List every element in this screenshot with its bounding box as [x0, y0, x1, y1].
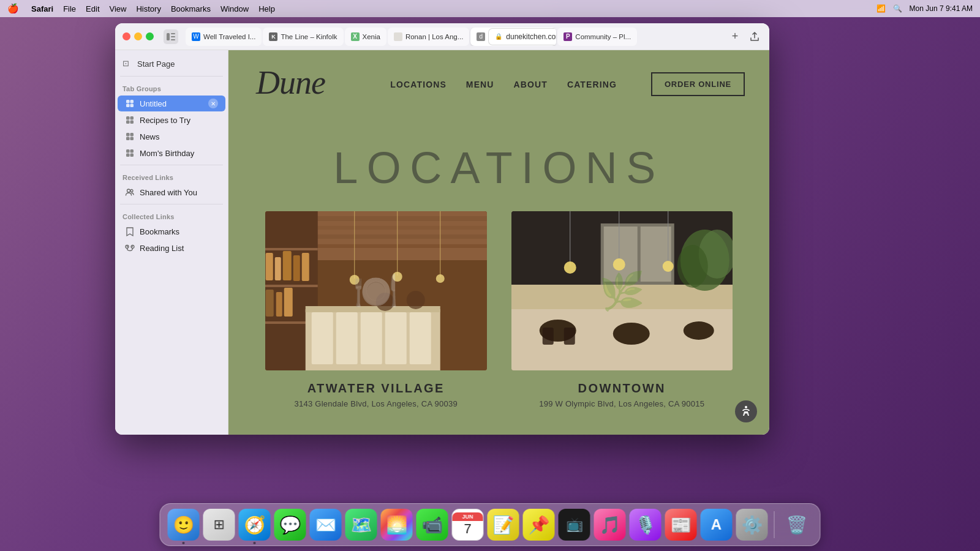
dock-app-music[interactable]: 🎵 [594, 509, 626, 541]
svg-rect-41 [302, 253, 309, 281]
accessibility-button[interactable] [735, 400, 757, 422]
url-text: dunekitchen.com [506, 32, 556, 41]
dock-app-podcasts[interactable]: 🎙️ [630, 509, 662, 541]
dock-app-photos[interactable]: 🌅 [381, 509, 413, 541]
nav-menu[interactable]: MENU [466, 80, 494, 89]
svg-point-20 [127, 189, 130, 192]
svg-point-79 [612, 258, 625, 271]
close-button[interactable] [123, 32, 130, 40]
minimize-button[interactable] [134, 32, 142, 40]
dock-app-mail[interactable]: ✉️ [310, 509, 342, 541]
tab-community[interactable]: P Community – Pl... [557, 28, 637, 46]
appstore-icon: A [711, 516, 722, 533]
menu-help[interactable]: Help [258, 4, 275, 13]
location-name-downtown: DOWNTOWN [511, 381, 733, 395]
start-page-button[interactable]: ⊡ Start Page [115, 55, 228, 72]
menu-history[interactable]: History [136, 4, 160, 13]
sidebar-item-shared-with-you[interactable]: Shared with You [118, 184, 225, 200]
svg-rect-47 [312, 312, 333, 364]
new-tab-button[interactable]: + [728, 29, 742, 44]
svg-rect-44 [284, 288, 293, 317]
menu-bookmarks[interactable]: Bookmarks [171, 4, 211, 13]
sidebar-item-reading-list[interactable]: Reading List [118, 240, 225, 256]
svg-rect-0 [167, 33, 170, 40]
tab-dune[interactable]: d 🔒 dunekitchen.com ✕ [470, 28, 556, 46]
dock-app-settings[interactable]: ⚙️ [736, 509, 768, 541]
sidebar-item-label-recipes: Recipes to Try [140, 116, 190, 125]
sidebar-item-bookmarks[interactable]: Bookmarks [118, 223, 225, 239]
sidebar-item-label-shared-with-you: Shared with You [140, 188, 197, 197]
svg-rect-18 [126, 154, 130, 157]
dock-app-stickies[interactable]: 📌 [523, 509, 555, 541]
nav-about[interactable]: ABOUT [514, 80, 548, 89]
trash-icon: 🗑️ [786, 515, 807, 535]
search-menu-icon[interactable]: 🔍 [893, 4, 902, 13]
site-nav: Dune LOCATIONS MENU ABOUT CATERING ORDER… [228, 50, 769, 118]
clock: Mon Jun 7 9:41 AM [910, 4, 973, 13]
tab-label-well-traveled: Well Traveled I... [203, 33, 255, 40]
app-name[interactable]: Safari [31, 4, 53, 13]
sidebar-item-news[interactable]: News [118, 129, 225, 144]
dock-separator [774, 511, 775, 538]
close-tab-group-untitled[interactable]: ✕ [208, 99, 218, 108]
nav-catering[interactable]: CATERING [567, 80, 617, 89]
menu-view[interactable]: View [110, 4, 127, 13]
menu-edit[interactable]: Edit [86, 4, 99, 13]
svg-rect-16 [126, 149, 130, 153]
dock-app-safari[interactable]: 🧭 [239, 509, 271, 541]
tab-ronan[interactable]: Ronan | Los Ang... [388, 28, 469, 46]
sidebar-item-moms-birthday[interactable]: Mom's Birthday [118, 145, 225, 161]
share-button[interactable] [747, 29, 762, 44]
nav-locations[interactable]: LOCATIONS [390, 80, 446, 89]
maximize-button[interactable] [146, 32, 154, 40]
svg-rect-39 [283, 251, 292, 280]
collected-links-section-label: Collected Links [115, 208, 228, 223]
dock-app-facetime[interactable]: 📹 [417, 509, 448, 541]
site-logo: Dune [253, 60, 326, 108]
sidebar-item-label-moms-birthday: Mom's Birthday [140, 149, 194, 158]
sidebar-toggle-button[interactable] [164, 29, 178, 44]
sidebar-item-recipes[interactable]: Recipes to Try [118, 112, 225, 128]
start-page-icon: ⊡ [123, 59, 132, 69]
sidebar: ⊡ Start Page Tab Groups Untitled ✕ [115, 50, 228, 435]
sidebar-item-label-bookmarks: Bookmarks [140, 227, 179, 236]
bookmarks-icon [125, 227, 135, 236]
svg-point-53 [407, 291, 425, 309]
dock-app-calendar[interactable]: JUN 7 [452, 509, 484, 541]
tab-kinfolk[interactable]: K The Line – Kinfolk [263, 28, 343, 46]
dock-app-launchpad[interactable]: ⊞ [203, 509, 235, 541]
photos-icon: 🌅 [386, 515, 407, 535]
dock-app-maps[interactable]: 🗺️ [345, 509, 377, 541]
dock-app-appletv[interactable]: 📺 [559, 509, 590, 541]
apple-menu[interactable]: 🍎 [7, 3, 19, 14]
order-online-button[interactable]: ORDER ONLINE [651, 72, 745, 96]
location-name-atwater: ATWATER VILLAGE [265, 381, 487, 395]
svg-rect-15 [130, 137, 134, 141]
svg-rect-3 [171, 39, 175, 40]
tab-xenia[interactable]: X Xenia [345, 28, 386, 46]
dock-app-finder[interactable]: 🙂 [168, 509, 200, 541]
url-bar[interactable]: 🔒 dunekitchen.com ✕ [488, 28, 556, 45]
dock-app-trash[interactable]: 🗑️ [781, 509, 813, 541]
notes-icon: 📝 [492, 515, 514, 535]
svg-rect-35 [265, 285, 318, 287]
svg-point-82 [745, 406, 747, 408]
svg-point-59 [436, 274, 445, 283]
svg-rect-69 [564, 328, 575, 345]
dock-app-appstore[interactable]: A [701, 509, 733, 541]
main-content: Dune LOCATIONS MENU ABOUT CATERING ORDER… [228, 50, 769, 435]
sidebar-item-untitled[interactable]: Untitled ✕ [118, 96, 225, 111]
menu-file[interactable]: File [63, 4, 76, 13]
menu-window[interactable]: Window [221, 4, 249, 13]
messages-icon: 💬 [279, 515, 301, 535]
tab-well-traveled[interactable]: W Well Traveled I... [186, 28, 262, 46]
dock-app-notes[interactable]: 📝 [488, 509, 519, 541]
tab-label-ronan: Ronan | Los Ang... [405, 33, 463, 40]
dock-app-messages[interactable]: 💬 [274, 509, 306, 541]
svg-rect-14 [126, 137, 130, 141]
divider-3 [120, 204, 223, 204]
locations-title: LOCATIONS [241, 143, 757, 193]
svg-rect-12 [126, 133, 130, 137]
dock-app-news[interactable]: 📰 [665, 509, 697, 541]
tab-label-xenia: Xenia [363, 33, 380, 40]
